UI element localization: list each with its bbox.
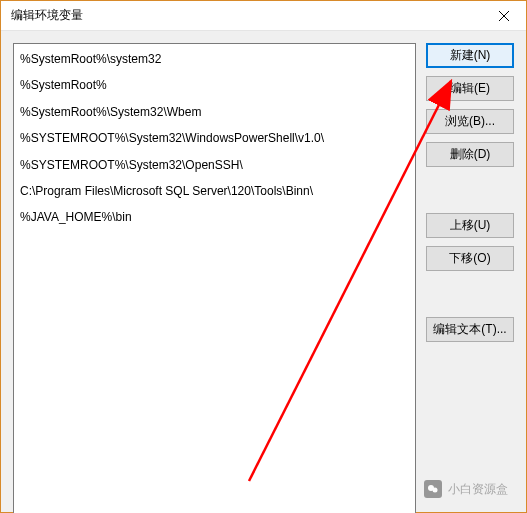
watermark-text: 小白资源盒	[448, 481, 508, 498]
watermark: 小白资源盒	[424, 480, 508, 498]
move-down-button[interactable]: 下移(O)	[426, 246, 514, 271]
list-item[interactable]: %SYSTEMROOT%\System32\OpenSSH\	[14, 152, 415, 178]
browse-button[interactable]: 浏览(B)...	[426, 109, 514, 134]
button-column: 新建(N) 编辑(E) 浏览(B)... 删除(D) 上移(U) 下移(O) 编…	[426, 43, 514, 500]
path-listbox[interactable]: %SystemRoot%\system32 %SystemRoot% %Syst…	[13, 43, 416, 513]
edit-text-button[interactable]: 编辑文本(T)...	[426, 317, 514, 342]
list-item[interactable]: %SystemRoot%	[14, 72, 415, 98]
list-item[interactable]: %JAVA_HOME%\bin	[14, 204, 415, 230]
move-up-button[interactable]: 上移(U)	[426, 213, 514, 238]
list-item[interactable]: %SYSTEMROOT%\System32\WindowsPowerShell\…	[14, 125, 415, 151]
close-icon	[499, 11, 509, 21]
dialog-content: %SystemRoot%\system32 %SystemRoot% %Syst…	[1, 31, 526, 512]
titlebar: 编辑环境变量	[1, 1, 526, 31]
delete-button[interactable]: 删除(D)	[426, 142, 514, 167]
list-item[interactable]: C:\Program Files\Microsoft SQL Server\12…	[14, 178, 415, 204]
new-button[interactable]: 新建(N)	[426, 43, 514, 68]
wechat-icon	[424, 480, 442, 498]
list-item[interactable]: %SystemRoot%\system32	[14, 46, 415, 72]
edit-button[interactable]: 编辑(E)	[426, 76, 514, 101]
dialog-window: 编辑环境变量 %SystemRoot%\system32 %SystemRoot…	[0, 0, 527, 513]
list-item[interactable]: %SystemRoot%\System32\Wbem	[14, 99, 415, 125]
window-title: 编辑环境变量	[11, 7, 83, 24]
svg-point-3	[433, 488, 438, 493]
close-button[interactable]	[482, 1, 526, 31]
